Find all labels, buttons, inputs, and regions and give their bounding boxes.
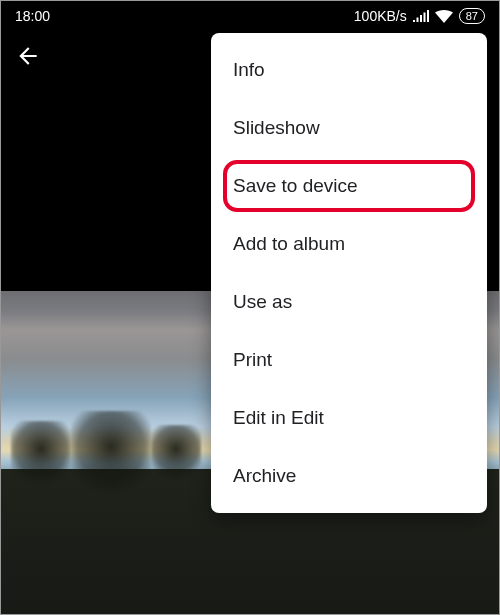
menu-item-label: Add to album: [233, 233, 345, 254]
menu-item-label: Slideshow: [233, 117, 320, 138]
back-button[interactable]: [15, 43, 41, 69]
menu-item-edit-in-edit[interactable]: Edit in Edit: [211, 389, 487, 447]
status-time: 18:00: [15, 8, 50, 24]
status-bar: 18:00 100KB/s 87: [1, 1, 499, 31]
menu-item-label: Edit in Edit: [233, 407, 324, 428]
wifi-icon: [435, 10, 453, 23]
photo-tree: [151, 425, 201, 485]
overflow-menu: Info Slideshow Save to device Add to alb…: [211, 33, 487, 513]
menu-item-use-as[interactable]: Use as: [211, 273, 487, 331]
menu-item-archive[interactable]: Archive: [211, 447, 487, 505]
menu-item-info[interactable]: Info: [211, 41, 487, 99]
menu-item-label: Use as: [233, 291, 292, 312]
data-rate: 100KB/s: [354, 8, 407, 24]
signal-icon: [413, 10, 429, 22]
menu-item-label: Save to device: [233, 175, 358, 196]
menu-item-save-to-device[interactable]: Save to device: [211, 157, 487, 215]
battery-icon: 87: [459, 8, 485, 24]
menu-item-label: Archive: [233, 465, 296, 486]
menu-item-slideshow[interactable]: Slideshow: [211, 99, 487, 157]
menu-item-label: Info: [233, 59, 265, 80]
photo-tree: [71, 411, 151, 501]
battery-level: 87: [466, 10, 478, 22]
photo-tree: [11, 421, 71, 491]
menu-item-print[interactable]: Print: [211, 331, 487, 389]
status-right: 100KB/s 87: [354, 8, 485, 24]
menu-item-add-to-album[interactable]: Add to album: [211, 215, 487, 273]
menu-item-label: Print: [233, 349, 272, 370]
